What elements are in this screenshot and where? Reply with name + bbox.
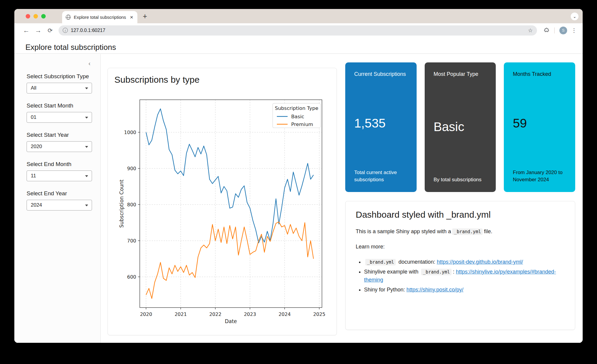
text-segment: This is a sample Shiny app styled with a	[356, 228, 451, 234]
main-content: Subscriptions by type 600700800900100020…	[101, 54, 583, 343]
app-body: ‹ Select Subscription Type All Select St…	[14, 54, 583, 343]
valuebox-footer: From January 2020 to November 2024	[513, 169, 566, 184]
inline-code: _brand.yml	[421, 269, 452, 275]
forward-button[interactable]: →	[32, 27, 44, 34]
svg-text:Date: Date	[225, 318, 237, 324]
inline-code: _brand.yml	[365, 259, 396, 265]
svg-text:Subscription Count: Subscription Count	[119, 179, 125, 228]
info-card: Dashboard styled with _brand.yml This is…	[345, 201, 575, 330]
svg-text:2025: 2025	[313, 311, 326, 317]
svg-text:800: 800	[127, 202, 136, 208]
extensions-icon[interactable]	[544, 27, 550, 33]
learn-more-item: _brand.yml documentation: https://posit-…	[364, 258, 565, 266]
start-month-select[interactable]: 01	[27, 112, 92, 123]
valuebox-footer: By total subscriptions	[434, 176, 487, 184]
svg-text:2020: 2020	[140, 311, 152, 317]
text-segment: file.	[484, 228, 492, 234]
filter-subscription-type: Select Subscription Type All	[27, 73, 92, 93]
select-label: Select Subscription Type	[27, 73, 92, 80]
tab-close-icon[interactable]: ×	[129, 14, 134, 20]
filter-end-year: Select End Year 2024	[27, 190, 92, 211]
external-link[interactable]: https://shiny.posit.co/py/	[406, 287, 464, 293]
screen: Explore total subscriptions × + ⌄ ← → ⟳ …	[0, 0, 597, 364]
svg-text:2024: 2024	[279, 311, 291, 317]
close-window-button[interactable]	[26, 14, 30, 19]
chart-title: Subscriptions by type	[108, 68, 337, 85]
select-label: Select Start Year	[27, 132, 92, 138]
valuebox-footer: Total current active subscriptions	[354, 169, 408, 184]
start-year-select[interactable]: 2020	[27, 141, 92, 152]
valuebox-value: 1,535	[354, 116, 408, 130]
svg-text:Premium: Premium	[291, 122, 313, 127]
svg-text:Basic: Basic	[291, 114, 304, 119]
browser-window: Explore total subscriptions × + ⌄ ← → ⟳ …	[14, 9, 583, 343]
info-card-intro: This is a sample Shiny app styled with a…	[356, 228, 565, 236]
svg-text:700: 700	[127, 238, 136, 244]
url-text: 127.0.0.1:60217	[71, 28, 525, 33]
end-year-select[interactable]: 2024	[27, 200, 92, 211]
learn-more-item: Shinylive example with _brand.yml: https…	[364, 268, 565, 284]
external-link[interactable]: https://posit-dev.github.io/brand-yml/	[437, 259, 523, 265]
learn-more-item: Shiny for Python: https://shiny.posit.co…	[364, 286, 565, 294]
reload-button[interactable]: ⟳	[44, 27, 56, 34]
valuebox-title: Months Tracked	[513, 71, 566, 78]
back-button[interactable]: ←	[20, 27, 32, 34]
tab-strip: Explore total subscriptions × + ⌄	[14, 9, 583, 23]
selected-value: 2024	[31, 202, 42, 208]
select-label: Select End Month	[27, 161, 92, 168]
chart-card: Subscriptions by type 600700800900100020…	[108, 68, 337, 335]
sidebar: ‹ Select Subscription Type All Select St…	[14, 54, 101, 343]
valuebox-title: Current Subscriptions	[354, 71, 408, 78]
svg-text:600: 600	[127, 274, 136, 280]
select-label: Select End Year	[27, 190, 92, 197]
address-bar[interactable]: i 127.0.0.1:60217 ☆	[59, 25, 537, 36]
tab-title: Explore total subscriptions	[74, 15, 126, 20]
filter-start-month: Select Start Month 01	[27, 102, 92, 123]
selected-value: 2020	[31, 144, 42, 150]
text-segment: Shiny for Python:	[364, 287, 406, 293]
value-box-row: Current Subscriptions 1,535 Total curren…	[345, 62, 575, 192]
info-card-title: Dashboard styled with _brand.yml	[356, 210, 565, 220]
profile-avatar[interactable]: S	[559, 27, 567, 34]
chevron-down-icon: ⌄	[573, 14, 576, 19]
text-segment: Shinylive example with	[364, 269, 420, 275]
svg-text:1000: 1000	[124, 130, 136, 135]
text-segment: :	[453, 269, 456, 275]
valuebox-current-subscriptions: Current Subscriptions 1,535 Total curren…	[345, 62, 417, 192]
learn-more-list: _brand.yml documentation: https://posit-…	[356, 258, 565, 294]
browser-toolbar: ← → ⟳ i 127.0.0.1:60217 ☆ S ⋮	[14, 23, 583, 37]
svg-text:900: 900	[127, 166, 136, 171]
chevron-left-icon: ‹	[88, 60, 90, 67]
sidebar-collapse-button[interactable]: ‹	[27, 60, 92, 70]
valuebox-value: 59	[513, 116, 566, 130]
valuebox-value: Basic	[434, 120, 487, 134]
inline-code: _brand.yml	[452, 228, 483, 235]
subscriptions-line-chart: 6007008009001000202020212022202320242025…	[108, 95, 337, 336]
svg-text:2021: 2021	[175, 311, 187, 317]
site-info-icon[interactable]: i	[63, 28, 68, 33]
valuebox-months-tracked: Months Tracked 59 From January 2020 to N…	[504, 62, 575, 192]
minimize-window-button[interactable]	[33, 14, 38, 19]
valuebox-title: Most Popular Type	[434, 71, 487, 78]
traffic-lights	[26, 14, 46, 19]
valuebox-most-popular-type: Most Popular Type Basic By total subscri…	[425, 62, 496, 192]
toolbar-separator	[554, 27, 555, 33]
text-segment: documentation:	[397, 259, 437, 265]
bookmark-star-icon[interactable]: ☆	[528, 27, 533, 34]
subscription-type-select[interactable]: All	[27, 83, 92, 93]
menu-kebab-icon[interactable]: ⋮	[571, 27, 577, 34]
select-label: Select Start Month	[27, 102, 92, 109]
zoom-window-button[interactable]	[41, 14, 46, 19]
learn-more-label: Learn more:	[356, 243, 565, 251]
selected-value: 01	[31, 114, 36, 120]
filter-end-month: Select End Month 11	[27, 161, 92, 181]
svg-text:2022: 2022	[209, 311, 222, 317]
end-month-select[interactable]: 11	[27, 171, 92, 181]
browser-tab[interactable]: Explore total subscriptions ×	[62, 11, 137, 23]
tab-search-button[interactable]: ⌄	[571, 13, 578, 20]
app-header: Explore total subscriptions	[14, 37, 583, 54]
page-title: Explore total subscriptions	[14, 37, 583, 52]
new-tab-button[interactable]: +	[143, 13, 147, 20]
selected-value: All	[31, 85, 36, 91]
svg-text:Subscription Type: Subscription Type	[275, 105, 318, 111]
